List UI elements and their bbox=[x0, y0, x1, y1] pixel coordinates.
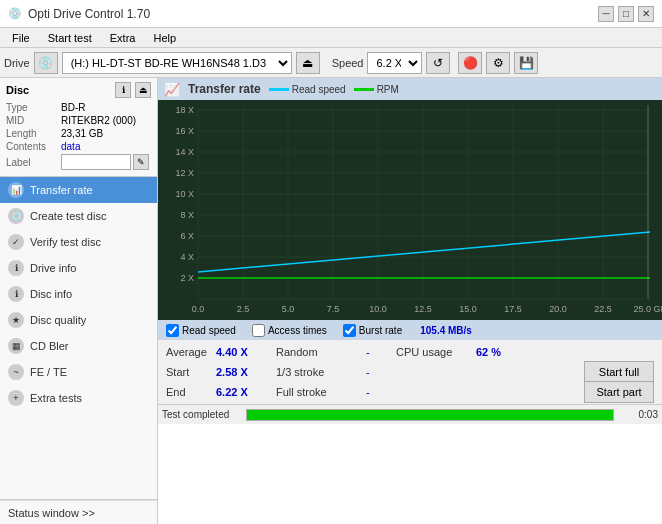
avg-label: Average bbox=[166, 346, 216, 358]
disc-contents-row: Contents data bbox=[6, 141, 151, 152]
disc-eject-btn[interactable]: ⏏ bbox=[135, 82, 151, 98]
nav-disc-quality[interactable]: ★ Disc quality bbox=[0, 307, 157, 333]
disc-title: Disc bbox=[6, 84, 29, 96]
speed-select[interactable]: 6.2 X bbox=[367, 52, 422, 74]
stroke13-label: 1/3 stroke bbox=[276, 366, 366, 378]
svg-text:16 X: 16 X bbox=[175, 126, 194, 136]
disc-mid-row: MID RITEKBR2 (000) bbox=[6, 115, 151, 126]
cb-access-times-label: Access times bbox=[268, 325, 327, 336]
stroke13-value: - bbox=[366, 366, 396, 378]
menu-start-test[interactable]: Start test bbox=[40, 30, 100, 46]
disc-type-label: Type bbox=[6, 102, 61, 113]
disc-header: Disc ℹ ⏏ bbox=[6, 82, 151, 98]
menu-extra[interactable]: Extra bbox=[102, 30, 144, 46]
content-area: 📈 Transfer rate Read speed RPM bbox=[158, 78, 662, 524]
menubar: File Start test Extra Help bbox=[0, 28, 662, 48]
disc-info-btn[interactable]: ℹ bbox=[115, 82, 131, 98]
full-stroke-label: Full stroke bbox=[276, 386, 366, 398]
svg-text:2.5: 2.5 bbox=[237, 304, 250, 314]
menu-help[interactable]: Help bbox=[145, 30, 184, 46]
disc-type-value: BD-R bbox=[61, 102, 85, 113]
nav-icon-drive: ℹ bbox=[8, 260, 24, 276]
cpu-label: CPU usage bbox=[396, 346, 476, 358]
disc-label-label: Label bbox=[6, 157, 61, 168]
eject-button[interactable]: ⏏ bbox=[296, 52, 320, 74]
drive-select[interactable]: (H:) HL-DT-ST BD-RE WH16NS48 1.D3 bbox=[62, 52, 292, 74]
disc-panel: Disc ℹ ⏏ Type BD-R MID RITEKBR2 (000) Le… bbox=[0, 78, 157, 177]
titlebar-title: Opti Drive Control 1.70 bbox=[28, 7, 150, 21]
label-edit-btn[interactable]: ✎ bbox=[133, 154, 149, 170]
nav-fe-te[interactable]: ~ FE / TE bbox=[0, 359, 157, 385]
svg-text:15.0: 15.0 bbox=[459, 304, 477, 314]
drive-icon-btn: 💿 bbox=[34, 52, 58, 74]
titlebar-controls: ─ □ ✕ bbox=[598, 6, 654, 22]
nav-label-fe-te: FE / TE bbox=[30, 366, 67, 378]
disc-label-input[interactable] bbox=[61, 154, 131, 170]
sidebar: Disc ℹ ⏏ Type BD-R MID RITEKBR2 (000) Le… bbox=[0, 78, 158, 524]
close-button[interactable]: ✕ bbox=[638, 6, 654, 22]
nav-verify-test-disc[interactable]: ✓ Verify test disc bbox=[0, 229, 157, 255]
status-text: Test completed bbox=[162, 409, 242, 420]
minimize-button[interactable]: ─ bbox=[598, 6, 614, 22]
full-stroke-value: - bbox=[366, 386, 396, 398]
nav-drive-info[interactable]: ℹ Drive info bbox=[0, 255, 157, 281]
chart-icon: 📈 bbox=[164, 82, 180, 97]
legend-rpm-label: RPM bbox=[377, 84, 399, 95]
progress-bar bbox=[247, 410, 613, 420]
cb-read-speed-label: Read speed bbox=[182, 325, 236, 336]
legend-read-speed-label: Read speed bbox=[292, 84, 346, 95]
nav-disc-info[interactable]: ℹ Disc info bbox=[0, 281, 157, 307]
svg-text:25.0 GB: 25.0 GB bbox=[633, 304, 662, 314]
refresh-speed-btn[interactable]: ↺ bbox=[426, 52, 450, 74]
svg-text:8 X: 8 X bbox=[180, 210, 194, 220]
end-label: End bbox=[166, 386, 216, 398]
bottom-bar: Test completed 0:03 bbox=[158, 404, 662, 424]
stats-row-1: Average 4.40 X Random - CPU usage 62 % bbox=[166, 342, 654, 362]
nav-icon-transfer-rate: 📊 bbox=[8, 182, 24, 198]
start-part-button[interactable]: Start part bbox=[584, 381, 654, 403]
stats-area: Average 4.40 X Random - CPU usage 62 % S… bbox=[158, 340, 662, 404]
svg-text:20.0: 20.0 bbox=[549, 304, 567, 314]
drive-label: Drive bbox=[4, 57, 30, 69]
app-icon: 💿 bbox=[8, 7, 22, 20]
drive-toolbar: Drive 💿 (H:) HL-DT-ST BD-RE WH16NS48 1.D… bbox=[0, 48, 662, 78]
start-full-button[interactable]: Start full bbox=[584, 361, 654, 383]
nav-label-drive: Drive info bbox=[30, 262, 76, 274]
stats-row-2: Start 2.58 X 1/3 stroke - Start full bbox=[166, 362, 654, 382]
legend-rpm: RPM bbox=[354, 84, 399, 95]
nav-create-test-disc[interactable]: 💿 Create test disc bbox=[0, 203, 157, 229]
burst-rate-value: 105.4 MB/s bbox=[420, 325, 472, 336]
svg-text:22.5: 22.5 bbox=[594, 304, 612, 314]
progress-container bbox=[246, 409, 614, 421]
maximize-button[interactable]: □ bbox=[618, 6, 634, 22]
svg-text:10 X: 10 X bbox=[175, 189, 194, 199]
toolbar-btn2[interactable]: ⚙ bbox=[486, 52, 510, 74]
cb-read-speed-input[interactable] bbox=[166, 324, 179, 337]
nav-icon-create: 💿 bbox=[8, 208, 24, 224]
chart-header: 📈 Transfer rate Read speed RPM bbox=[158, 78, 662, 100]
nav-extra-tests[interactable]: + Extra tests bbox=[0, 385, 157, 411]
cb-access-times-input[interactable] bbox=[252, 324, 265, 337]
nav-status-window[interactable]: Status window >> bbox=[0, 500, 157, 524]
menu-file[interactable]: File bbox=[4, 30, 38, 46]
nav-cd-bler[interactable]: ▦ CD Bler bbox=[0, 333, 157, 359]
chart-title: Transfer rate bbox=[188, 82, 261, 96]
speed-label: Speed bbox=[332, 57, 364, 69]
nav-label-transfer-rate: Transfer rate bbox=[30, 184, 93, 196]
cb-burst-rate-input[interactable] bbox=[343, 324, 356, 337]
toolbar-btn1[interactable]: 🔴 bbox=[458, 52, 482, 74]
disc-length-value: 23,31 GB bbox=[61, 128, 103, 139]
disc-mid-value: RITEKBR2 (000) bbox=[61, 115, 136, 126]
svg-rect-0 bbox=[158, 100, 662, 320]
checkboxes-row: Read speed Access times Burst rate 105.4… bbox=[158, 320, 662, 340]
svg-text:0.0: 0.0 bbox=[192, 304, 205, 314]
nav-transfer-rate[interactable]: 📊 Transfer rate bbox=[0, 177, 157, 203]
chart-svg: 18 X 16 X 14 X 12 X 10 X 8 X 6 X 4 X 2 X… bbox=[158, 100, 662, 320]
status-window-label: Status window >> bbox=[8, 507, 95, 519]
end-value: 6.22 X bbox=[216, 386, 276, 398]
disc-contents-label: Contents bbox=[6, 141, 61, 152]
main-layout: Disc ℹ ⏏ Type BD-R MID RITEKBR2 (000) Le… bbox=[0, 78, 662, 524]
toolbar-btn3[interactable]: 💾 bbox=[514, 52, 538, 74]
stats-row-3: End 6.22 X Full stroke - Start part bbox=[166, 382, 654, 402]
start-value: 2.58 X bbox=[216, 366, 276, 378]
